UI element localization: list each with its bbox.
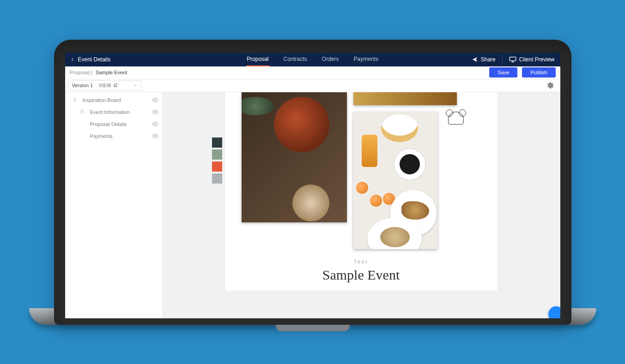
monitor-icon	[509, 56, 516, 63]
swatch-4[interactable]	[212, 173, 222, 184]
laptop-frame: Event Details Proposal Contracts Orders …	[54, 40, 571, 325]
eye-icon	[152, 109, 158, 115]
visibility-toggle[interactable]	[152, 109, 158, 115]
arrow-left-icon	[70, 57, 75, 62]
color-swatches	[212, 137, 222, 184]
eye-icon	[152, 97, 158, 103]
client-preview-button[interactable]: Client Preview	[509, 56, 555, 63]
help-chat-button[interactable]	[548, 306, 560, 318]
svg-point-1	[154, 99, 156, 101]
top-nav: Event Details Proposal Contracts Orders …	[65, 53, 560, 66]
canvas-area[interactable]: Test Sample Event	[162, 92, 560, 318]
sidebar-item-label: Payments	[85, 133, 152, 139]
app-screen: Event Details Proposal Contracts Orders …	[65, 53, 560, 318]
tab-payments[interactable]: Payments	[353, 53, 379, 66]
tab-orders[interactable]: Orders	[321, 53, 340, 66]
nav-tabs: Proposal Contracts Orders Payments	[246, 53, 379, 66]
tab-contracts[interactable]: Contracts	[282, 53, 308, 66]
swatch-1[interactable]	[212, 137, 222, 148]
version-label: Version 1	[72, 83, 93, 88]
food-scene-1	[242, 92, 347, 222]
visibility-toggle[interactable]	[152, 97, 158, 103]
visibility-toggle[interactable]	[152, 121, 158, 127]
proposal-sheet: Test Sample Event	[225, 92, 498, 291]
svg-point-2	[154, 111, 156, 113]
view-link[interactable]: VIEW	[98, 83, 118, 88]
sidebar-item-proposal-details[interactable]: ⠿ Proposal Details	[65, 118, 162, 130]
gear-icon	[546, 82, 554, 89]
version-selector[interactable]: Version 1 VIEW	[68, 80, 142, 90]
separator	[502, 55, 503, 64]
visibility-toggle[interactable]	[152, 133, 158, 139]
view-label: VIEW	[98, 83, 111, 88]
share-label: Share	[481, 56, 496, 63]
topbar-actions: Share Client Preview	[472, 55, 560, 64]
settings-button[interactable]	[546, 82, 554, 89]
section-sidebar: ⠿ Inspiration Board ⠿ Event Information …	[65, 92, 162, 318]
sidebar-item-label: Proposal Details	[85, 121, 152, 127]
external-link-icon	[113, 83, 118, 88]
chef-hat-icon	[448, 112, 464, 125]
svg-point-3	[154, 123, 156, 125]
drag-handle-icon[interactable]: ⠿	[73, 97, 78, 103]
board-image-2[interactable]	[353, 92, 457, 105]
food-scene-3	[353, 112, 437, 249]
svg-point-4	[154, 135, 156, 137]
back-button[interactable]: Event Details	[65, 56, 115, 63]
crumb-root: Proposal	[70, 70, 90, 75]
event-subcaption: Test	[227, 259, 496, 264]
brand-logo	[443, 112, 469, 126]
food-scene-2	[353, 92, 457, 105]
share-icon	[472, 56, 478, 63]
main-body: ⠿ Inspiration Board ⠿ Event Information …	[65, 92, 560, 318]
board-image-1[interactable]	[242, 92, 347, 222]
inspiration-board	[227, 92, 496, 254]
crumb-current: Sample Event	[96, 70, 127, 75]
drag-handle-icon[interactable]: ⠿	[80, 109, 85, 115]
share-button[interactable]: Share	[472, 56, 496, 63]
client-preview-label: Client Preview	[519, 56, 555, 63]
sidebar-item-payments[interactable]: ⠿ Payments	[65, 130, 162, 142]
tab-proposal[interactable]: Proposal	[246, 53, 269, 66]
crumb-sep: |	[90, 70, 94, 75]
sidebar-item-inspiration-board[interactable]: ⠿ Inspiration Board	[65, 94, 162, 106]
swatch-2[interactable]	[212, 149, 222, 160]
chevron-down-icon[interactable]	[133, 83, 138, 88]
version-bar: Version 1 VIEW	[65, 79, 560, 92]
event-title: Sample Event	[227, 267, 496, 283]
publish-button[interactable]: Publish	[522, 67, 555, 78]
board-image-3[interactable]	[353, 112, 437, 249]
sidebar-item-label: Event Information	[85, 109, 152, 115]
breadcrumb-bar: Proposal | Sample Event Save Publish	[65, 66, 560, 79]
eye-icon	[152, 121, 158, 127]
sidebar-item-label: Inspiration Board	[78, 97, 152, 103]
camera-dot	[311, 46, 315, 49]
screen-bezel: Event Details Proposal Contracts Orders …	[54, 40, 571, 325]
laptop-notch	[276, 325, 350, 331]
svg-rect-0	[510, 57, 516, 60]
save-button[interactable]: Save	[489, 67, 517, 78]
eye-icon	[152, 133, 158, 139]
sidebar-item-event-information[interactable]: ⠿ Event Information	[65, 106, 162, 118]
back-label: Event Details	[78, 56, 111, 63]
swatch-3[interactable]	[212, 161, 222, 172]
subbar-actions: Save Publish	[489, 67, 555, 78]
